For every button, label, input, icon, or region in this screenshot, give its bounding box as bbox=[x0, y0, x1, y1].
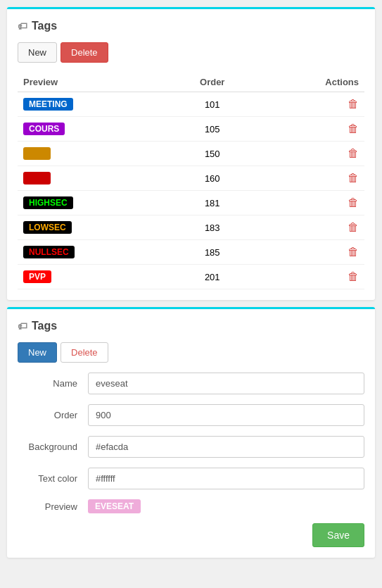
tag-actions-cell: 🗑 bbox=[256, 92, 364, 117]
tag-preview-cell bbox=[18, 166, 169, 191]
tag-order-cell: 181 bbox=[169, 191, 256, 215]
new-button-2[interactable]: New bbox=[18, 342, 57, 363]
tag-badge bbox=[23, 172, 51, 184]
background-group: Background bbox=[18, 436, 364, 458]
col-order: Order bbox=[169, 73, 256, 92]
textcolor-input[interactable] bbox=[88, 468, 364, 489]
tag-actions-cell: 🗑 bbox=[256, 240, 364, 265]
tag-actions-cell: 🗑 bbox=[256, 265, 364, 289]
tag-order-cell: 160 bbox=[169, 166, 256, 191]
tag-badge: NULLSEC bbox=[23, 246, 75, 258]
tag-badge: MEETING bbox=[23, 98, 73, 111]
name-input[interactable] bbox=[88, 373, 364, 394]
order-group: Order bbox=[18, 404, 364, 426]
table-row: 150🗑 bbox=[18, 142, 364, 166]
delete-row-button[interactable]: 🗑 bbox=[348, 98, 359, 110]
save-row: Save bbox=[18, 523, 364, 547]
preview-label: Preview bbox=[18, 501, 88, 512]
tag-badge: HIGHSEC bbox=[23, 196, 73, 209]
col-preview: Preview bbox=[18, 73, 169, 92]
panel2-title: 🏷 Tags bbox=[18, 320, 364, 332]
tag-order-cell: 101 bbox=[169, 92, 256, 117]
table-row: PVP201🗑 bbox=[18, 265, 364, 289]
delete-button-2[interactable]: Delete bbox=[61, 342, 108, 363]
tag-order-cell: 185 bbox=[169, 240, 256, 265]
preview-group: Preview EVESEAT bbox=[18, 499, 364, 513]
new-button-1[interactable]: New bbox=[18, 42, 57, 63]
delete-row-button[interactable]: 🗑 bbox=[348, 221, 359, 233]
tag-badge: COURS bbox=[23, 123, 65, 135]
preview-badge: EVESEAT bbox=[88, 499, 141, 513]
delete-button-1[interactable]: Delete bbox=[61, 42, 108, 63]
tag-actions-cell: 🗑 bbox=[256, 117, 364, 142]
tag-badge: LOWSEC bbox=[23, 221, 72, 234]
tag-preview-cell: NULLSEC bbox=[18, 240, 169, 265]
save-button[interactable]: Save bbox=[312, 523, 364, 547]
col-actions: Actions bbox=[256, 73, 364, 92]
order-input[interactable] bbox=[88, 404, 364, 426]
tag-preview-cell: MEETING bbox=[18, 92, 169, 117]
tag-preview-cell: COURS bbox=[18, 117, 169, 142]
tags-list-panel: 🏷 Tags New Delete Preview Order Actions … bbox=[7, 7, 375, 300]
name-label: Name bbox=[18, 378, 88, 389]
tag-badge bbox=[23, 147, 51, 160]
delete-row-button[interactable]: 🗑 bbox=[348, 172, 359, 184]
tag-preview-cell: HIGHSEC bbox=[18, 191, 169, 215]
tag-actions-cell: 🗑 bbox=[256, 166, 364, 191]
tag-preview-cell: LOWSEC bbox=[18, 215, 169, 240]
panel1-toolbar: New Delete bbox=[18, 42, 364, 63]
tag-preview-cell bbox=[18, 142, 169, 166]
tag-actions-cell: 🗑 bbox=[256, 215, 364, 240]
panel2-toolbar: New Delete bbox=[18, 342, 364, 363]
order-label: Order bbox=[18, 410, 88, 420]
delete-row-button[interactable]: 🗑 bbox=[348, 147, 359, 159]
tags-table: Preview Order Actions MEETING101🗑COURS10… bbox=[18, 73, 364, 289]
tag-order-cell: 150 bbox=[169, 142, 256, 166]
tag-icon-1: 🏷 bbox=[18, 20, 27, 32]
panel1-title: 🏷 Tags bbox=[18, 20, 364, 32]
table-row: NULLSEC185🗑 bbox=[18, 240, 364, 265]
table-row: LOWSEC183🗑 bbox=[18, 215, 364, 240]
tag-actions-cell: 🗑 bbox=[256, 142, 364, 166]
background-label: Background bbox=[18, 442, 88, 452]
textcolor-group: Text color bbox=[18, 468, 364, 489]
delete-row-button[interactable]: 🗑 bbox=[348, 123, 359, 135]
table-row: MEETING101🗑 bbox=[18, 92, 364, 117]
table-row: HIGHSEC181🗑 bbox=[18, 191, 364, 215]
tag-order-cell: 105 bbox=[169, 117, 256, 142]
tag-order-cell: 201 bbox=[169, 265, 256, 289]
tag-icon-2: 🏷 bbox=[18, 320, 27, 332]
tag-preview-cell: PVP bbox=[18, 265, 169, 289]
delete-row-button[interactable]: 🗑 bbox=[348, 246, 359, 258]
tag-badge: PVP bbox=[23, 270, 51, 283]
table-row: 160🗑 bbox=[18, 166, 364, 191]
table-row: COURS105🗑 bbox=[18, 117, 364, 142]
delete-row-button[interactable]: 🗑 bbox=[348, 196, 359, 208]
tags-form-panel: 🏷 Tags New Delete Name Order Background … bbox=[7, 307, 375, 558]
delete-row-button[interactable]: 🗑 bbox=[348, 270, 359, 282]
background-input[interactable] bbox=[88, 436, 364, 458]
tag-order-cell: 183 bbox=[169, 215, 256, 240]
name-group: Name bbox=[18, 373, 364, 394]
tag-actions-cell: 🗑 bbox=[256, 191, 364, 215]
textcolor-label: Text color bbox=[18, 473, 88, 484]
